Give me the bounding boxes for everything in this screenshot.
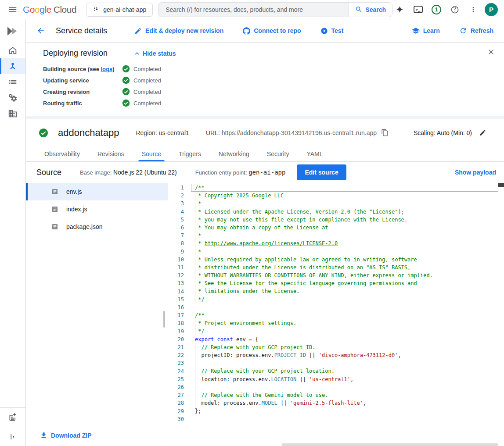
code-line-29: }; bbox=[191, 407, 498, 415]
refresh-button[interactable]: Refresh bbox=[459, 27, 493, 35]
line-number: 9 bbox=[168, 248, 184, 256]
edit-deploy-button[interactable]: Edit & deploy new revision bbox=[134, 27, 223, 35]
tab-security[interactable]: Security bbox=[258, 146, 298, 161]
back-arrow-icon[interactable] bbox=[34, 24, 48, 38]
left-rail bbox=[0, 19, 26, 446]
cloud-shell-icon[interactable]: >_ bbox=[411, 3, 425, 17]
deploy-status-title: Deploying revision bbox=[43, 49, 108, 58]
file-item-package.json[interactable]: package.json bbox=[26, 218, 168, 235]
service-status-check-icon bbox=[39, 128, 48, 138]
tab-source[interactable]: Source bbox=[133, 146, 170, 161]
section-divider bbox=[26, 116, 504, 119]
learn-button[interactable]: Learn bbox=[412, 27, 440, 35]
code-line-26 bbox=[191, 383, 498, 391]
avatar[interactable]: P bbox=[485, 3, 498, 16]
google-logo-text: Google bbox=[23, 4, 51, 15]
help-icon[interactable] bbox=[448, 3, 462, 17]
service-tabs: ObservabilityRevisionsSourceTriggersNetw… bbox=[26, 146, 504, 162]
line-number: 8 bbox=[168, 239, 184, 247]
expand-panel-icon[interactable] bbox=[0, 427, 25, 446]
code-line-12: * WITHOUT WARRANTIES OR CONDITIONS OF AN… bbox=[191, 271, 498, 279]
notification-badge[interactable]: 1 bbox=[429, 3, 443, 17]
line-number: 25 bbox=[168, 375, 184, 383]
line-number: 7 bbox=[168, 232, 184, 239]
rail-settings-gears-icon[interactable] bbox=[0, 90, 25, 106]
search-button[interactable]: Search bbox=[349, 3, 392, 17]
tab-triggers[interactable]: Triggers bbox=[170, 146, 210, 161]
code-line-13: * See the License for the specific langu… bbox=[191, 279, 498, 287]
google-cloud-logo: Google Cloud bbox=[23, 4, 76, 15]
tab-revisions[interactable]: Revisions bbox=[89, 146, 133, 161]
service-summary-row: addonchatapp Region: us-central1 URL: ht… bbox=[26, 119, 504, 146]
service-region: Region: us-central1 bbox=[136, 129, 189, 136]
service-url: URL: https://addonchatapp-301439142196.u… bbox=[206, 129, 377, 136]
status-value: Completed bbox=[122, 99, 161, 107]
completed-check-icon bbox=[122, 76, 130, 84]
rail-organization-icon[interactable] bbox=[0, 106, 25, 121]
source-toolbar: Source Base image: Node.js 22 (Ubuntu 22… bbox=[26, 162, 504, 183]
code-line-27: // Replace with the Gemini model to use. bbox=[191, 391, 498, 399]
line-number: 17 bbox=[168, 311, 184, 319]
file-panel-scrollbar[interactable] bbox=[163, 311, 165, 328]
code-line-14: * limitations under the License. bbox=[191, 287, 498, 295]
release-notes-icon[interactable] bbox=[0, 407, 25, 427]
status-step-label: Updating service bbox=[43, 77, 122, 84]
service-details-header: Service details Edit & deploy new revisi… bbox=[26, 19, 504, 43]
project-icon bbox=[93, 6, 100, 13]
gemini-sparkle-icon[interactable] bbox=[392, 3, 407, 17]
code-editor[interactable]: 1234567891011121314151617181920212223242… bbox=[168, 183, 504, 446]
line-number: 27 bbox=[168, 391, 184, 399]
line-number: 4 bbox=[168, 208, 184, 216]
hide-status-button[interactable]: Hide status bbox=[133, 50, 176, 57]
code-line-10: * Unless required by applicable law or a… bbox=[191, 256, 498, 264]
line-number: 19 bbox=[168, 328, 184, 335]
project-selector[interactable]: gen-ai-chat-app bbox=[86, 3, 153, 17]
editor-vertical-scroll-thumb[interactable] bbox=[498, 183, 504, 187]
tab-networking[interactable]: Networking bbox=[210, 146, 258, 161]
topbar-right-icons: >_ 1 P bbox=[392, 3, 498, 17]
code-line-17: /** bbox=[191, 311, 498, 319]
code-line-25: location: process.env.LOCATION || 'us-ce… bbox=[191, 375, 498, 383]
download-icon bbox=[40, 432, 47, 439]
graduation-cap-icon bbox=[412, 27, 420, 35]
edit-scaling-icon[interactable] bbox=[479, 129, 486, 136]
edit-source-button[interactable]: Edit source bbox=[297, 164, 346, 180]
code-line-18: * Project environment settings. bbox=[191, 319, 498, 327]
rail-list-icon[interactable] bbox=[0, 74, 25, 90]
tab-yaml[interactable]: YAML bbox=[298, 146, 331, 161]
rail-home-icon[interactable] bbox=[0, 43, 25, 58]
connect-to-repo-button[interactable]: Connect to repo bbox=[243, 27, 301, 35]
deploy-status-panel: Deploying revision Hide status Building … bbox=[26, 43, 504, 116]
test-button[interactable]: Test bbox=[320, 27, 344, 35]
deploy-status-row: Routing trafficCompleted bbox=[43, 97, 504, 109]
file-item-index.js[interactable]: index.js bbox=[26, 200, 168, 218]
code-line-8: * http://www.apache.org/licenses/LICENSE… bbox=[191, 239, 498, 247]
chevron-up-icon bbox=[133, 50, 141, 57]
close-icon[interactable] bbox=[487, 48, 495, 56]
code-lines: /** * Copyright 2025 Google LLC * * Lice… bbox=[191, 184, 498, 423]
code-line-7: * bbox=[191, 232, 498, 239]
editor-horizontal-scroll-thumb[interactable] bbox=[282, 443, 498, 446]
show-payload-link[interactable]: Show payload bbox=[455, 169, 496, 176]
logs-link[interactable]: logs bbox=[101, 66, 112, 72]
code-line-2: * Copyright 2025 Google LLC bbox=[191, 192, 498, 200]
tab-observability[interactable]: Observability bbox=[36, 146, 89, 161]
code-line-23 bbox=[191, 359, 498, 367]
file-item-env.js[interactable]: env.js bbox=[26, 183, 168, 200]
line-number: 18 bbox=[168, 319, 184, 327]
file-list: env.jsindex.jspackage.json bbox=[26, 183, 168, 235]
copy-url-icon[interactable] bbox=[381, 129, 389, 136]
top-bar: Google Cloud gen-ai-chat-app Search >_ 1… bbox=[0, 0, 504, 19]
menu-icon[interactable] bbox=[5, 2, 20, 17]
rail-services-icon[interactable] bbox=[0, 58, 25, 74]
deploy-status-rows: Building source (see logs)CompletedUpdat… bbox=[43, 63, 504, 109]
file-name: package.json bbox=[66, 223, 103, 230]
status-value: Completed bbox=[122, 76, 161, 84]
download-zip-button[interactable]: Download ZIP bbox=[40, 432, 92, 439]
more-options-icon[interactable] bbox=[466, 3, 480, 17]
line-number: 23 bbox=[168, 359, 184, 367]
search-bar: Search bbox=[158, 2, 392, 17]
rail-spacer bbox=[0, 121, 25, 407]
editor-vertical-scrollbar[interactable] bbox=[498, 183, 504, 446]
search-input[interactable] bbox=[158, 6, 349, 13]
